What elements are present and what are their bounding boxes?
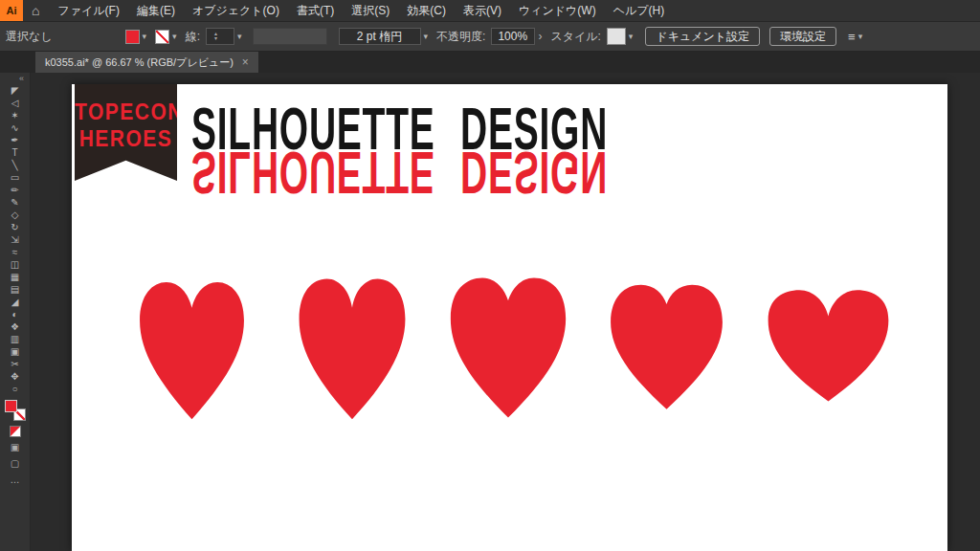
selection-status: 選択なし [6, 29, 53, 45]
fill-color-swatch[interactable] [125, 30, 140, 44]
gradient-tool-icon[interactable]: ▤ [3, 283, 28, 296]
pen-tool-icon[interactable]: ✒ [3, 134, 28, 146]
draw-mode-icon[interactable]: ▣ [3, 440, 28, 453]
preferences-button[interactable]: 環境設定 [769, 27, 836, 46]
document-tab[interactable]: k0355.ai* @ 66.67 % (RGB/プレビュー) × [35, 52, 258, 73]
stroke-color-swatch[interactable] [155, 30, 169, 44]
chevron-down-icon[interactable]: ▾ [424, 32, 429, 41]
tool-list: ◤◁✶∿✒T╲▭✏✎◇↻⇲≈◫▦▤◢◐❖▥▣✂✥○ [3, 84, 28, 395]
chevron-right-icon[interactable]: › [538, 30, 542, 43]
heart-path [140, 282, 244, 419]
control-bar: 選択なし ▾ ▾ 線: ▴ ▾ ▾ 2 pt 楕円 ▾ 不透明度: 100% ›… [0, 22, 980, 52]
fill-indicator-swatch[interactable] [5, 400, 17, 412]
silhouette-design-logo[interactable]: SILHOUETTE DESIGN SILHOUETTE DESIGN [191, 99, 608, 202]
direct-selection-tool-icon[interactable]: ◁ [3, 97, 28, 109]
color-mode-swatch[interactable] [10, 426, 21, 437]
document-setup-button[interactable]: ドキュメント設定 [645, 27, 760, 46]
heart-shape-5[interactable] [766, 286, 891, 409]
rectangle-tool-icon[interactable]: ▭ [3, 171, 28, 184]
brush-definition-dropdown[interactable]: 2 pt 楕円 [339, 28, 421, 45]
menu-edit[interactable]: 編集(E) [128, 0, 184, 21]
heart-svg [606, 280, 727, 415]
illustrator-app-icon[interactable]: Ai [0, 0, 23, 21]
heart-shape-2[interactable] [292, 276, 412, 421]
variable-width-profile-disabled [253, 28, 327, 45]
align-panel-icon[interactable]: ≡ [848, 30, 856, 44]
menu-items: ファイル(F)編集(E)オブジェクト(O)書式(T)選択(S)効果(C)表示(V… [49, 0, 673, 21]
stroke-weight-label: 線: [186, 29, 200, 45]
chevron-down-icon[interactable]: ▾ [143, 32, 147, 41]
canvas-pasteboard: TOPECON HEROES SILHOUETTE DESIGN SILHOUE… [30, 73, 980, 551]
collapse-panel-icon[interactable]: « [19, 74, 24, 83]
heart-path [300, 278, 406, 419]
badge-line-2: HEROES [75, 125, 177, 152]
heart-path [611, 285, 723, 409]
menu-bar: Ai ⌂ ファイル(F)編集(E)オブジェクト(O)書式(T)選択(S)効果(C… [0, 0, 980, 22]
close-icon[interactable]: × [242, 55, 249, 69]
badge-text: TOPECON HEROES [75, 84, 177, 152]
fill-stroke-indicator[interactable] [5, 400, 26, 421]
zoom-tool-icon[interactable]: ○ [3, 383, 28, 395]
width-tool-icon[interactable]: ≈ [3, 246, 28, 258]
paintbrush-tool-icon[interactable]: ✏ [3, 184, 28, 196]
document-tab-label: k0355.ai* @ 66.67 % (RGB/プレビュー) [45, 55, 234, 70]
stepper-down-icon[interactable]: ▾ [214, 36, 217, 41]
tools-panel: « ◤◁✶∿✒T╲▭✏✎◇↻⇲≈◫▦▤◢◐❖▥▣✂✥○ ▣▢… [0, 73, 31, 551]
selection-tool-icon[interactable]: ◤ [3, 84, 28, 97]
badge-line-1: TOPECON [75, 99, 177, 125]
logo-title-reflection: SILHOUETTE DESIGN [191, 144, 608, 202]
heart-path [768, 290, 889, 401]
slice-tool-icon[interactable]: ✂ [3, 358, 28, 370]
heart-shape-1[interactable] [134, 277, 250, 421]
menu-file[interactable]: ファイル(F) [49, 0, 127, 21]
shape-builder-tool-icon[interactable]: ◫ [3, 258, 28, 271]
type-tool-icon[interactable]: T [3, 146, 28, 159]
heart-svg [292, 276, 412, 421]
rotate-tool-icon[interactable]: ↻ [3, 221, 28, 233]
artboard-tool-icon[interactable]: ▣ [3, 345, 28, 358]
topecon-heroes-badge[interactable]: TOPECON HEROES [75, 84, 177, 181]
eraser-tool-icon[interactable]: ◇ [3, 209, 28, 221]
chevron-down-icon[interactable]: ▾ [237, 32, 242, 41]
lasso-tool-icon[interactable]: ∿ [3, 121, 28, 134]
chevron-down-icon[interactable]: ▾ [858, 32, 863, 41]
opacity-input[interactable]: 100% [491, 28, 535, 45]
chevron-down-icon[interactable]: ▾ [172, 32, 177, 41]
heart-shape-4[interactable] [606, 280, 727, 415]
menu-view[interactable]: 表示(V) [455, 0, 510, 21]
graphic-style-swatch[interactable] [607, 28, 626, 45]
edit-toolbar-icon[interactable]: … [3, 473, 28, 486]
heart-svg [766, 286, 891, 409]
hand-tool-icon[interactable]: ✥ [3, 370, 28, 383]
heart-svg [134, 277, 250, 421]
artboard: TOPECON HEROES SILHOUETTE DESIGN SILHOUE… [72, 84, 947, 551]
stepper-icon[interactable]: ▴ ▾ [214, 32, 217, 41]
menu-help[interactable]: ヘルプ(H) [605, 0, 674, 21]
magic-wand-tool-icon[interactable]: ✶ [3, 109, 28, 121]
menu-type[interactable]: 書式(T) [288, 0, 343, 21]
toolbar-modes: ▣▢… [3, 437, 28, 486]
symbol-sprayer-tool-icon[interactable]: ❖ [3, 320, 28, 333]
chevron-down-icon[interactable]: ▾ [629, 32, 634, 41]
document-tab-bar: k0355.ai* @ 66.67 % (RGB/プレビュー) × [0, 52, 980, 73]
graph-tool-icon[interactable]: ▥ [3, 333, 28, 345]
opacity-label: 不透明度: [436, 29, 485, 45]
stroke-weight-input[interactable]: ▴ ▾ [206, 28, 234, 45]
blend-tool-icon[interactable]: ◐ [3, 308, 28, 320]
pencil-tool-icon[interactable]: ✎ [3, 196, 28, 209]
heart-shape-3[interactable] [447, 275, 569, 421]
style-label: スタイル: [550, 29, 600, 45]
line-segment-tool-icon[interactable]: ╲ [3, 159, 28, 171]
heart-svg [447, 275, 569, 421]
scale-tool-icon[interactable]: ⇲ [3, 233, 28, 246]
menu-effect[interactable]: 効果(C) [398, 0, 455, 21]
home-icon[interactable]: ⌂ [32, 0, 39, 21]
heart-path [451, 277, 566, 417]
mesh-tool-icon[interactable]: ▦ [3, 271, 28, 283]
menu-window[interactable]: ウィンドウ(W) [510, 0, 605, 21]
screen-mode-icon[interactable]: ▢ [3, 456, 28, 470]
menu-select[interactable]: 選択(S) [343, 0, 398, 21]
menu-object[interactable]: オブジェクト(O) [184, 0, 288, 21]
eyedropper-tool-icon[interactable]: ◢ [3, 296, 28, 308]
